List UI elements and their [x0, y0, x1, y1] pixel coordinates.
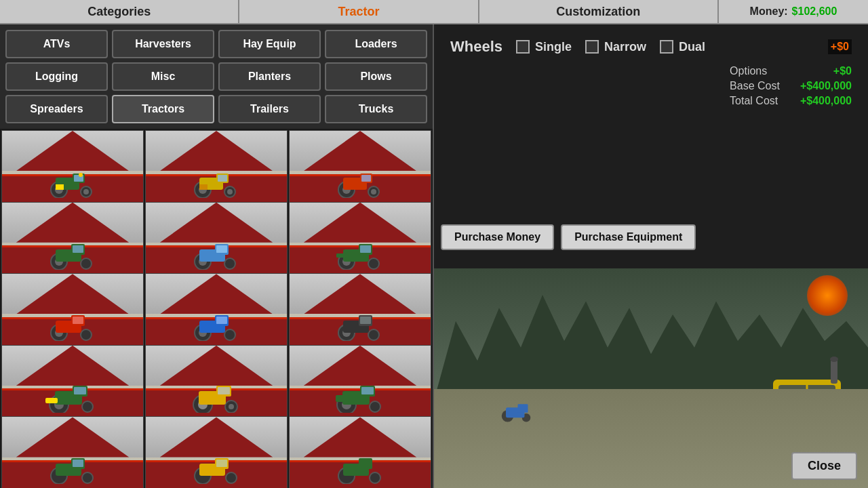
svg-rect-114: [831, 359, 837, 384]
svg-rect-86: [73, 460, 83, 467]
money-value: $102,600: [792, 5, 837, 18]
svg-rect-95: [359, 458, 372, 469]
svg-line-104: [692, 441, 773, 481]
svg-point-51: [224, 329, 235, 340]
category-hay-equip[interactable]: Hay Equip: [218, 30, 321, 58]
svg-rect-67: [45, 398, 58, 403]
purchase-money-button[interactable]: Purchase Money: [441, 224, 554, 250]
base-cost-value: +$400,000: [800, 80, 852, 92]
background-vehicle: [499, 396, 533, 426]
svg-rect-29: [73, 245, 83, 253]
svg-point-120: [842, 415, 853, 426]
svg-point-32: [224, 258, 235, 269]
base-cost-row: Base Cost +$400,000: [730, 80, 852, 92]
options-row: Options +$0: [730, 65, 852, 77]
svg-point-12: [227, 189, 233, 195]
options-value: +$0: [833, 65, 852, 77]
single-checkbox[interactable]: [516, 40, 530, 54]
svg-rect-54: [216, 317, 227, 324]
svg-point-3: [83, 189, 89, 195]
dual-checkbox[interactable]: [660, 40, 673, 54]
cost-area: Options +$0 Base Cost +$400,000 Total Co…: [730, 65, 852, 110]
category-plows[interactable]: Plows: [325, 62, 427, 91]
category-tractors[interactable]: Tractors: [112, 95, 214, 123]
sun-glow: [807, 275, 848, 316]
svg-point-71: [229, 404, 234, 409]
svg-point-100: [682, 410, 783, 488]
categories-grid: ATVs Harvesters Hay Equip Loaders Loggin…: [0, 24, 433, 129]
purchase-buttons: Purchase Money Purchase Equipment: [441, 224, 696, 250]
svg-rect-112: [778, 385, 835, 422]
base-cost-label: Base Cost: [730, 80, 780, 92]
svg-point-8: [79, 173, 83, 177]
category-loaders[interactable]: Loaders: [325, 30, 427, 58]
total-cost-value: +$400,000: [800, 95, 852, 107]
svg-line-103: [692, 441, 773, 481]
money-display: Money: $102,600: [719, 0, 868, 23]
svg-point-102: [719, 447, 746, 474]
categories-tab[interactable]: Categories: [0, 0, 239, 23]
svg-point-83: [82, 472, 93, 483]
category-harvesters[interactable]: Harvesters: [112, 30, 214, 58]
total-cost-row: Total Cost +$400,000: [730, 95, 852, 107]
items-grid: [0, 129, 433, 488]
narrow-checkbox[interactable]: [585, 40, 599, 54]
svg-rect-41: [360, 245, 371, 253]
category-trucks[interactable]: Trucks: [325, 95, 427, 123]
svg-rect-42: [336, 253, 346, 258]
svg-rect-7: [56, 184, 64, 190]
single-label: Single: [535, 40, 572, 54]
svg-point-93: [370, 472, 380, 483]
dual-wheel-option: Dual: [660, 40, 705, 54]
svg-rect-60: [360, 317, 371, 324]
list-item[interactable]: [289, 416, 431, 488]
options-edge-cost: +$0: [828, 39, 852, 54]
svg-rect-116: [787, 413, 854, 427]
svg-point-88: [226, 472, 237, 483]
svg-rect-91: [216, 460, 227, 467]
svg-rect-66: [74, 387, 86, 394]
svg-rect-23: [361, 175, 371, 182]
svg-point-115: [830, 357, 838, 362]
customization-label: Customization: [556, 5, 640, 19]
category-trailers[interactable]: Trailers: [218, 95, 321, 123]
svg-rect-15: [218, 175, 227, 182]
svg-rect-35: [216, 245, 227, 253]
close-button[interactable]: Close: [791, 452, 857, 480]
svg-point-57: [368, 329, 379, 340]
category-atvs[interactable]: ATVs: [5, 30, 108, 58]
options-label: Options: [730, 65, 767, 77]
list-item[interactable]: [1, 416, 144, 488]
categories-label: Categories: [87, 5, 151, 19]
svg-rect-74: [218, 387, 230, 394]
svg-point-38: [368, 258, 379, 269]
top-bar: Categories Tractor Customization Money: …: [0, 0, 868, 24]
svg-rect-99: [518, 405, 528, 413]
svg-point-45: [81, 329, 92, 340]
main-content: ATVs Harvesters Hay Equip Loaders Loggin…: [0, 24, 868, 488]
svg-point-26: [81, 258, 92, 269]
category-logging[interactable]: Logging: [5, 62, 108, 91]
left-panel: ATVs Harvesters Hay Equip Loaders Loggin…: [0, 24, 434, 488]
customization-tab[interactable]: Customization: [479, 0, 719, 23]
svg-point-101: [692, 420, 773, 488]
total-cost-label: Total Cost: [730, 95, 778, 107]
category-spreaders[interactable]: Spreaders: [5, 95, 108, 123]
tractor-label: Tractor: [338, 5, 379, 19]
purchase-equipment-button[interactable]: Purchase Equipment: [561, 224, 696, 250]
category-misc[interactable]: Misc: [112, 62, 214, 91]
svg-rect-81: [336, 395, 349, 402]
svg-rect-16: [199, 184, 208, 190]
narrow-wheel-option: Narrow: [585, 40, 646, 54]
narrow-label: Narrow: [604, 40, 646, 54]
svg-point-77: [370, 401, 380, 412]
single-wheel-option: Single: [516, 40, 572, 54]
list-item[interactable]: [145, 416, 288, 488]
right-panel: Wheels Single Narrow Dual +$0: [434, 24, 868, 488]
wheels-row: Wheels Single Narrow Dual +$0: [450, 38, 852, 56]
dual-label: Dual: [679, 40, 705, 54]
tractor-tab[interactable]: Tractor: [239, 0, 479, 23]
wheels-label: Wheels: [450, 38, 502, 56]
category-planters[interactable]: Planters: [218, 62, 321, 91]
game-viewport: Close: [434, 268, 868, 488]
